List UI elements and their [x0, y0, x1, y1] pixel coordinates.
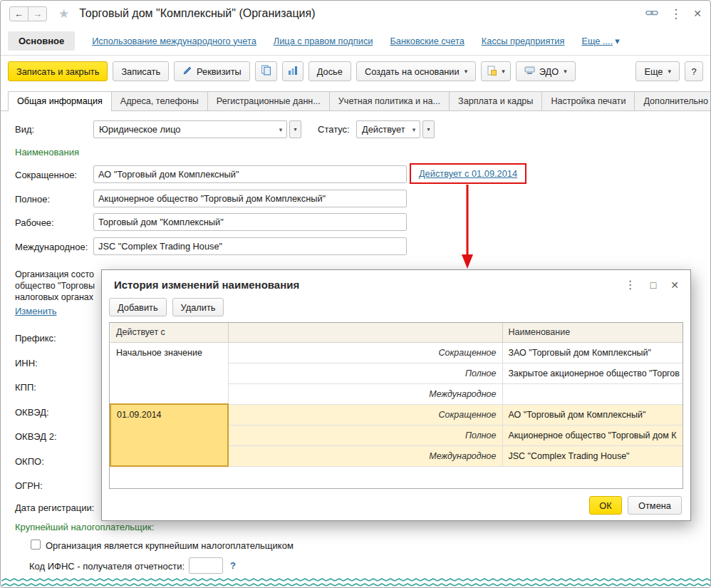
ifns-code-label: Код ИФНС - получателя отчетности: [29, 561, 185, 572]
dossier-button[interactable]: Досье [308, 61, 351, 81]
copy-button[interactable] [255, 61, 277, 81]
name-type-cell[interactable]: Сокращенное [228, 404, 502, 425]
name-value-cell[interactable]: Закрытое акционерное общество "Торгов [502, 363, 683, 383]
full-name-input[interactable] [93, 190, 407, 207]
toolbar-right-group: Еще▾ ? [635, 61, 703, 81]
tab-print-settings[interactable]: Настройка печати [541, 91, 635, 110]
international-name-input[interactable] [93, 237, 407, 255]
status-dropdown-button[interactable]: ▾ [422, 120, 435, 138]
titlebar: ← → ★ Торговый дом "Комплексный" (Органи… [1, 1, 710, 26]
bottom-zigzag-decoration [1, 578, 711, 587]
name-type-cell[interactable]: Международное [228, 445, 502, 466]
legal-type-select[interactable]: Юридическое лицо ▾ [93, 120, 287, 138]
cancel-button[interactable]: Отмена [628, 496, 682, 515]
prefix-label: Префикс: [15, 333, 56, 344]
save-button[interactable]: Записать [113, 61, 169, 81]
save-and-close-button[interactable]: Записать и закрыть [8, 61, 108, 81]
favorite-star-icon[interactable]: ★ [58, 6, 69, 21]
working-name-label: Рабочее: [15, 217, 54, 228]
chevron-down-icon: ▾ [275, 126, 286, 133]
table-row[interactable]: Начальное значение Сокращенное ЗАО "Торг… [110, 342, 683, 363]
back-button[interactable]: ← [9, 6, 28, 21]
ifns-code-input[interactable] [189, 557, 223, 574]
tab-accounting-policy[interactable]: Учетная политика и на... [329, 91, 450, 110]
nav-link-international-accounting[interactable]: Использование международного учета [92, 36, 256, 46]
reports-button[interactable] [282, 61, 303, 81]
window-title: Торговый дом "Комплексный" (Организация) [79, 7, 315, 20]
largest-taxpayer-section: Крупнейший налогоплательщик: [15, 522, 154, 532]
column-header-date: Действует с [110, 323, 228, 342]
help-button[interactable]: ? [685, 61, 703, 81]
forward-button[interactable]: → [28, 6, 47, 21]
table-row[interactable]: 01.09.2014 Сокращенное АО "Торговый дом … [110, 404, 683, 425]
tab-salary-hr[interactable]: Зарплата и кадры [449, 91, 542, 110]
create-based-on-label: Создать на основании [365, 66, 460, 77]
chevron-down-icon: ▾ [564, 68, 567, 75]
attached-files-button[interactable]: ▾ [481, 61, 511, 81]
name-value-cell[interactable]: JSC "Complex Trading House" [502, 445, 683, 466]
copy-icon [261, 65, 271, 78]
kpp-label: КПП: [15, 382, 36, 393]
history-table: Действует с Наименование Начальное значе… [109, 322, 683, 489]
nav-more-link[interactable]: Еще ....▾ [581, 36, 619, 46]
inn-label: ИНН: [15, 358, 38, 368]
add-button[interactable]: Добавить [109, 298, 167, 316]
status-select[interactable]: Действует ▾ [356, 120, 420, 138]
window-menu-icon[interactable]: ⋮ [670, 6, 682, 21]
type-label: Вид: [15, 124, 34, 135]
dialog-footer: ОК Отмена [589, 496, 682, 515]
tab-general-info[interactable]: Общая информация [8, 91, 112, 111]
edo-button[interactable]: ЭДО▾ [516, 61, 576, 81]
name-type-cell[interactable]: Полное [228, 363, 502, 383]
tab-additional[interactable]: Дополнительно [634, 91, 711, 110]
short-name-label: Сокращенное: [15, 170, 77, 180]
edo-icon [524, 66, 535, 77]
name-value-cell[interactable] [502, 383, 683, 404]
red-highlight-box: Действует с 01.09.2014 [410, 163, 526, 184]
organization-card-window: ← → ★ Торговый дом "Комплексный" (Органи… [0, 0, 711, 588]
nav-main-section[interactable]: Основное [8, 31, 75, 51]
name-history-dialog: История изменений наименования ⋮ □ ✕ Доб… [101, 269, 691, 521]
nav-link-bank-accounts[interactable]: Банковские счета [390, 36, 464, 46]
date-cell-selected[interactable]: 01.09.2014 [110, 404, 228, 466]
largest-taxpayer-checkbox-label: Организация является крупнейшим налогопл… [46, 540, 294, 551]
report-columns-icon [288, 66, 298, 78]
name-type-cell[interactable]: Международное [228, 383, 502, 404]
chevron-down-icon: ▾ [668, 68, 671, 75]
change-link[interactable]: Изменить [15, 306, 57, 316]
name-value-cell[interactable]: Акционерное общество "Торговый дом К [502, 425, 683, 445]
ok-button[interactable]: ОК [589, 496, 622, 515]
dialog-maximize-icon[interactable]: □ [650, 279, 656, 291]
create-based-on-button[interactable]: Создать на основании▾ [356, 61, 476, 81]
edo-label: ЭДО [539, 66, 559, 77]
working-name-input[interactable] [93, 213, 407, 231]
name-value-cell[interactable]: АО "Торговый дом Комплексный" [502, 404, 683, 425]
column-header-name: Наименование [502, 323, 683, 342]
name-type-cell[interactable]: Сокращенное [228, 342, 502, 363]
short-name-input[interactable] [93, 165, 407, 183]
requisites-button[interactable]: Реквизиты [174, 61, 250, 81]
legal-type-dropdown-button[interactable]: ▾ [289, 120, 301, 138]
name-history-link[interactable]: Действует с 01.09.2014 [419, 168, 517, 179]
more-label: Еще [644, 66, 663, 77]
dialog-title: История изменений наименования [114, 279, 611, 291]
more-button[interactable]: Еще▾ [635, 61, 680, 81]
nav-link-cash-desks[interactable]: Кассы предприятия [482, 36, 565, 46]
tab-registration-data[interactable]: Регистрационные данн... [207, 91, 330, 110]
tab-addresses-phones[interactable]: Адреса, телефоны [111, 91, 208, 110]
dialog-close-icon[interactable]: ✕ [670, 279, 679, 291]
window-close-icon[interactable]: ✕ [693, 8, 702, 19]
link-icon[interactable] [645, 8, 658, 20]
name-value-cell[interactable]: ЗАО "Торговый дом Комплексный" [502, 342, 683, 363]
section-nav: Основное Использование международного уч… [1, 26, 710, 56]
forward-arrow-icon: → [33, 9, 42, 19]
dialog-menu-icon[interactable]: ⋮ [625, 278, 636, 292]
largest-taxpayer-checkbox[interactable] [31, 540, 41, 550]
delete-button[interactable]: Удалить [172, 298, 224, 316]
name-type-cell[interactable]: Полное [228, 425, 502, 445]
ifns-help-icon[interactable]: ? [230, 560, 236, 571]
requisites-label: Реквизиты [197, 66, 242, 77]
date-cell-initial[interactable]: Начальное значение [110, 342, 228, 404]
org-info-line-2: общество "Торговы [15, 281, 95, 291]
nav-link-signatories[interactable]: Лица с правом подписи [274, 36, 373, 46]
